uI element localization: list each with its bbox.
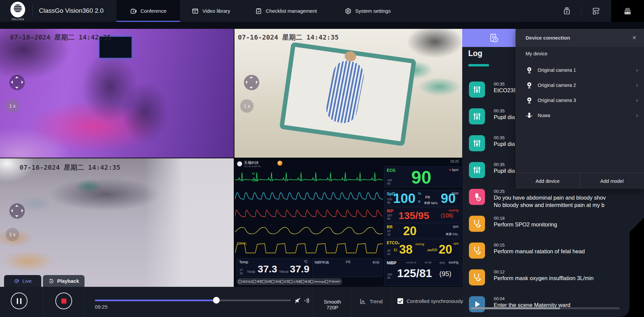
monitor-toolbar-item[interactable]: 设置 <box>280 280 289 283</box>
sync-checkbox[interactable] <box>397 298 403 304</box>
video-feed-ward[interactable]: 07-16-2024 星期二 14:42:35 1 x <box>234 29 462 158</box>
log-entry-line1: Perform manual ratation of felal head <box>494 248 585 255</box>
tab-live[interactable]: Live <box>4 275 41 287</box>
tab-video-library[interactable]: Video library <box>180 0 242 22</box>
log-entry-text: 00:18 Perform SPO2 monitoring <box>494 216 557 232</box>
trend-chart-icon <box>360 298 366 305</box>
quality-selector[interactable]: Smooth 720P <box>318 299 347 310</box>
stop-icon <box>61 299 66 304</box>
pan-control[interactable] <box>9 75 25 90</box>
video-library-icon <box>192 8 199 14</box>
ecg-label: ECG <box>387 168 395 173</box>
scene-bed-shape <box>279 42 417 146</box>
video-feed-training-room[interactable]: 07-16-2024 星期二 14:42:35 1 x <box>0 158 234 287</box>
video-feed-patient-monitor[interactable]: 天堰科技 TELLYES SCIENTIFIC 09:25 <box>234 158 462 287</box>
zoom-level-badge[interactable]: 1 x <box>6 99 19 113</box>
ibp-value: 135/95 <box>398 210 429 221</box>
log-entry[interactable]: 00:12 Perform mask oxygen insufflation 3… <box>469 269 630 285</box>
log-entry-time: 00:35 <box>494 135 515 140</box>
trend-button[interactable]: Trend <box>360 298 383 305</box>
rr-unit: rpm <box>453 225 459 228</box>
log-entry[interactable]: 00:25 Do you have abdominal pain and blo… <box>469 189 630 205</box>
device-list-item[interactable]: Original camera 3 › <box>516 93 644 108</box>
progress-thumb[interactable] <box>213 297 220 304</box>
mute-button[interactable] <box>294 297 302 306</box>
pan-control[interactable] <box>244 75 259 90</box>
pause-icon <box>17 298 21 304</box>
nibp-mode: 自动 <box>439 261 445 265</box>
log-horizontal-scrollbar[interactable] <box>471 307 620 309</box>
device-icon <box>525 82 534 89</box>
log-entry[interactable]: 00:18 Perform SPO2 monitoring <box>469 216 630 232</box>
log-entry[interactable]: 00:04 Enter the scene Maternity ward <box>469 296 630 312</box>
etco2-value-box: ETCO₂ 4532 Et 38 mmHg awRR 20 rpm <box>384 239 461 258</box>
device-list-item[interactable]: Original camera 1 › <box>516 62 644 77</box>
nav-tabs: Conference Video library <box>116 0 406 22</box>
monitor-toolbar-item[interactable]: 趋势 <box>262 280 271 283</box>
monitor-toolbar-item[interactable]: 病历信息 <box>238 280 253 283</box>
zoom-level-badge[interactable]: 1 x <box>240 99 254 113</box>
device-panel-footer: Add device Add model <box>516 173 644 189</box>
device-panel-title: Device connection <box>526 35 570 41</box>
tab-system-settings[interactable]: System settings <box>330 0 406 22</box>
nibp-limits: 15090 <box>387 273 392 279</box>
log-entry-line1: Pupil dia <box>494 167 515 174</box>
device-list-item[interactable]: Original camera 2 › <box>516 77 644 93</box>
pause-button[interactable] <box>11 293 28 309</box>
tab-label: System settings <box>355 8 391 14</box>
webcam-icon <box>526 66 533 74</box>
monitor-toolbar-item[interactable]: 手动NIBP <box>325 280 340 283</box>
add-model-button[interactable]: Add model <box>580 173 644 189</box>
monitor-toolbar-item[interactable]: 报警 <box>253 280 262 283</box>
monitor-brand: 天堰科技 TELLYES SCIENTIFIC <box>237 160 261 167</box>
log-entry-line1: Do you have abdominal pain and bloody sh… <box>494 194 606 201</box>
nibp-unit: mmHg <box>449 261 459 264</box>
control-divider <box>351 287 352 317</box>
control-divider <box>313 287 313 317</box>
device-list-item[interactable]: Nuwa › <box>516 108 644 123</box>
log-scrollbar-thumb[interactable] <box>471 307 560 309</box>
nibp-list-title: NIBP列表 <box>315 260 329 265</box>
log-entry[interactable]: 00:15 Perform manual ratation of felal h… <box>469 243 630 259</box>
progress-slider[interactable] <box>95 300 291 301</box>
device-icon <box>525 97 534 104</box>
stethoscope-icon <box>472 219 482 228</box>
monitor-toolbar-item[interactable]: Message <box>310 280 325 283</box>
log-entry-text: 00:35 Pupil dia <box>494 135 515 151</box>
zoom-level-badge[interactable]: 1 x <box>6 228 19 241</box>
log-entry-line1: Perform mask oxygen insufflation 3L/min <box>494 274 594 282</box>
wave-mv-label: 1mV <box>252 179 257 182</box>
cast-screen-button[interactable] <box>557 0 576 22</box>
video-timestamp: 07-16-2024 星期二 14:42:35 <box>238 33 339 42</box>
tab-playback[interactable]: Playback <box>43 275 85 287</box>
monitor-toolbar-item[interactable]: 心电图 <box>289 280 301 283</box>
add-device-button[interactable]: Add device <box>516 173 580 189</box>
monitor-toolbar-item[interactable]: 冻结 <box>271 280 280 283</box>
playback-label: Playback <box>57 278 79 284</box>
log-entry-icon <box>469 82 485 98</box>
tab-conference[interactable]: Conference <box>116 0 180 22</box>
tab-checklist-management[interactable]: Checklist management <box>242 0 330 22</box>
log-entry-icon <box>469 135 485 151</box>
scene-patient-shape <box>324 59 366 125</box>
arrow-left-icon <box>246 81 247 84</box>
volume-button[interactable] <box>303 297 311 305</box>
device-name: Nuwa <box>538 113 550 118</box>
layout-switch-button[interactable] <box>587 0 605 22</box>
video-feed-delivery-room[interactable]: 07-16-2024 星期二 14:42:35 1 x <box>0 29 234 158</box>
chevron-right-icon: › <box>636 67 638 73</box>
nav-divider <box>32 5 33 17</box>
stop-record-button[interactable] <box>55 293 72 309</box>
monitor-toolbar-item[interactable]: 检查 <box>301 280 310 283</box>
close-icon[interactable]: ✕ <box>632 35 637 41</box>
ibp-mean: (108) <box>441 213 453 219</box>
pr-label: PR <box>425 196 430 199</box>
arrow-left-icon <box>11 209 13 212</box>
pan-control[interactable] <box>9 203 25 219</box>
etco2-label: ETCO₂ <box>387 241 400 245</box>
monitor-brand-logo-icon <box>237 161 242 166</box>
tbody-value: 37.3 <box>258 263 277 275</box>
device-connection-button[interactable] <box>611 0 644 22</box>
rr-label: RR <box>387 225 392 229</box>
temp-limits: 3735 <box>239 268 243 275</box>
